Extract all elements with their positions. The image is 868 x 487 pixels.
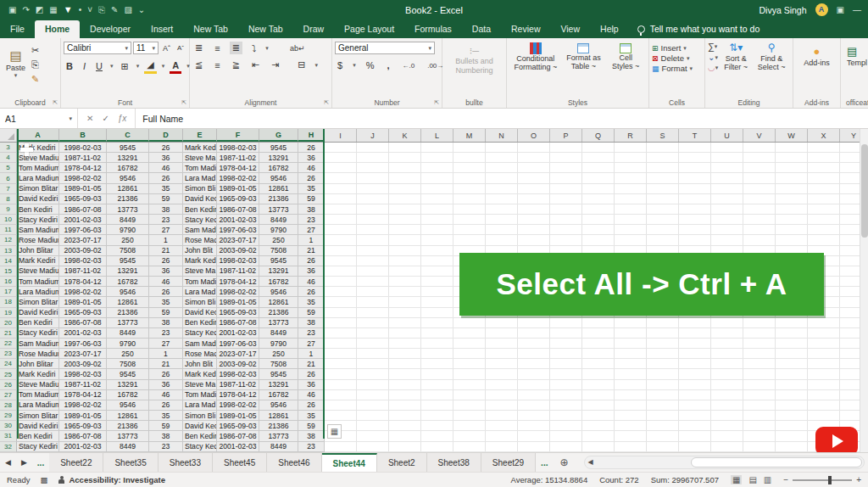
horizontal-scrollbar-thumb[interactable] [691,457,862,467]
cell[interactable]: 21386 [259,194,298,204]
cell[interactable]: 36 [298,153,325,163]
merge-center-icon[interactable]: ⊟ [295,59,308,71]
sheet-tab-sheet33[interactable]: Sheet33 [159,453,213,472]
cell[interactable]: Rose Madium [17,349,59,359]
decrease-indent-icon[interactable]: ⇤ [249,59,262,71]
row-header-25[interactable]: 25 [0,369,17,379]
cell[interactable]: 38 [298,431,325,441]
cell[interactable]: 16782 [259,277,298,287]
cell[interactable]: 59 [298,194,325,204]
cell[interactable]: Rose Mad [183,235,217,245]
empty-cells[interactable] [325,215,868,225]
cell[interactable]: 1 [149,235,183,245]
cell[interactable]: Mark Kediri [17,369,59,379]
cell[interactable]: 2003-09-02 [59,359,107,369]
cell[interactable]: John Blitar [17,246,59,256]
row-header-21[interactable]: 21 [0,328,17,339]
sheet-nav-right-icon[interactable]: ▶ [16,453,32,472]
column-header-V[interactable]: V [743,129,776,142]
cell[interactable]: 21 [298,246,325,256]
sheet-tab-sheet29[interactable]: Sheet29 [481,453,536,472]
sheet-tab-sheet38[interactable]: Sheet38 [427,453,481,472]
cell[interactable]: 1989-01-05 [217,184,259,194]
sheet-overflow-left[interactable]: ... [32,453,49,472]
cell[interactable]: 1998-02-03 [59,369,107,379]
cell[interactable]: Simon Blitar [17,411,59,421]
page-layout-view-icon[interactable]: ▤ [748,475,756,484]
cell[interactable]: 2001-02-03 [59,328,107,339]
formula-input[interactable]: Full Name [136,109,868,128]
empty-cells[interactable] [325,194,868,204]
cell[interactable]: 21 [149,359,183,369]
format-painter-icon[interactable]: ✎ [29,73,42,86]
cell[interactable]: 1978-04-12 [217,277,259,287]
cell[interactable]: 1978-04-12 [59,277,107,287]
cell[interactable]: 1 [298,349,325,359]
cell[interactable]: 21386 [107,308,149,318]
cell[interactable]: 1987-11-02 [59,153,107,163]
column-header-E[interactable]: E [183,129,217,142]
cell[interactable]: Tom Madi [183,390,217,400]
fill-button[interactable]: ⌄▾ [708,53,718,62]
cell[interactable]: 21 [298,359,325,369]
cell[interactable]: 59 [149,308,183,318]
delete-cells-button[interactable]: ⊠ Delete▾ [652,53,702,63]
cell[interactable]: Steve Madium [17,380,59,390]
row-header-18[interactable]: 18 [0,297,17,307]
cell[interactable]: 35 [298,184,325,194]
cell[interactable]: 16782 [259,390,298,400]
ribbon-tab-home[interactable]: Home [35,20,80,38]
cell[interactable]: Ben Kedir [183,431,217,441]
cell[interactable]: 9546 [107,173,149,183]
cell[interactable]: Sam Madi [183,225,217,235]
empty-cells[interactable] [325,328,868,339]
cell[interactable]: 38 [149,431,183,441]
row-header-23[interactable]: 23 [0,349,17,359]
cell[interactable]: 1987-11-02 [59,266,107,277]
redo-icon[interactable]: ↷ [22,6,29,14]
row-header-28[interactable]: 28 [0,400,17,411]
empty-cells[interactable] [325,318,868,328]
cell[interactable]: Lara Madium [17,287,59,297]
top-align-icon[interactable]: ≣ [192,42,205,54]
cell[interactable]: 26 [149,256,183,266]
cell[interactable]: 1965-09-03 [59,421,107,431]
cell[interactable]: 36 [149,153,183,163]
cell[interactable]: Stacy Ked [183,215,217,225]
find-select-button[interactable]: ⚲ Find & Select ~ [754,42,789,72]
zoom-slider[interactable] [793,479,852,481]
row-header-31[interactable]: 31 [0,431,17,441]
cell[interactable]: 2023-07-17 [217,235,259,245]
cell[interactable]: 1986-07-08 [59,431,107,441]
insert-function-icon[interactable]: ƒx [118,114,127,123]
column-header-W[interactable]: W [776,129,808,142]
cell[interactable]: Tom Madium [17,390,59,400]
cell[interactable]: Steve Ma [183,153,217,163]
column-header-J[interactable]: J [357,129,389,142]
copy-icon[interactable]: ⎘ [29,59,42,71]
cell[interactable]: 9545 [107,369,149,379]
column-header-D[interactable]: D [149,129,183,142]
orientation-icon[interactable]: ⤵ [249,42,259,54]
column-header-B[interactable]: B [59,129,107,142]
select-all-corner[interactable] [0,129,17,142]
cell[interactable]: Stacy Ked [183,328,217,339]
ribbon-tab-developer[interactable]: Developer [80,20,141,38]
ribbon-tab-draw[interactable]: Draw [293,20,335,38]
cut-icon[interactable]: ✂ [29,44,42,57]
empty-cells[interactable] [325,431,868,441]
cell[interactable]: 9546 [107,400,149,411]
cell[interactable]: Ben Kedir [183,204,217,215]
cell[interactable]: 26 [298,369,325,379]
row-header-26[interactable]: 26 [0,380,17,390]
font-launcher-icon[interactable]: ⇱ [181,99,186,106]
cell[interactable]: John Blitar [17,359,59,369]
ribbon-tab-formulas[interactable]: Formulas [404,20,462,38]
cell[interactable]: 8449 [107,442,149,452]
ribbon-tab-view[interactable]: View [550,20,590,38]
cell[interactable]: 59 [149,421,183,431]
column-header-T[interactable]: T [679,129,711,142]
cell[interactable]: 1965-09-03 [59,308,107,318]
column-header-G[interactable]: G [259,129,298,142]
number-launcher-icon[interactable]: ⇱ [434,99,439,106]
